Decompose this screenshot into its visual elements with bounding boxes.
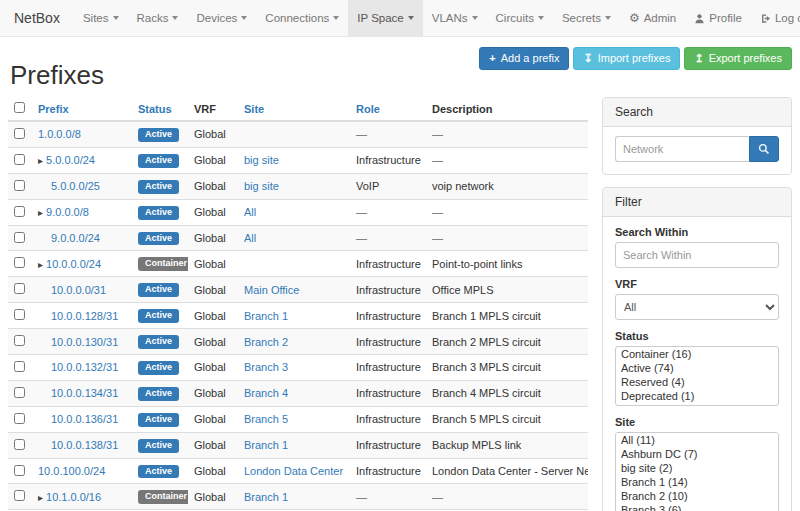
nav-item-label: IP Space xyxy=(357,12,403,24)
nav-item-circuits[interactable]: Circuits xyxy=(487,0,553,36)
prefix-link[interactable]: 10.1.0.0/16 xyxy=(46,491,101,503)
column-label: Role xyxy=(356,103,380,115)
site-link[interactable]: Branch 4 xyxy=(244,387,288,399)
nav-log-out[interactable]: Log out xyxy=(751,0,800,36)
row-checkbox-cell xyxy=(8,432,32,458)
row-checkbox[interactable] xyxy=(14,206,25,217)
prefix-link[interactable]: 5.0.0.0/25 xyxy=(51,180,100,192)
nav-admin[interactable]: ⚙Admin xyxy=(620,0,685,36)
nav-item-vlans[interactable]: VLANs xyxy=(423,0,487,36)
prefix-link[interactable]: 5.0.0.0/24 xyxy=(46,154,95,166)
role-cell: Infrastructure xyxy=(350,329,426,355)
nav-item-sites[interactable]: Sites xyxy=(74,0,128,36)
nav-item-devices[interactable]: Devices xyxy=(187,0,256,36)
row-checkbox[interactable] xyxy=(14,309,25,320)
prefix-link[interactable]: 10.0.0.0/31 xyxy=(51,284,106,296)
add-a-prefix-button[interactable]: +Add a prefix xyxy=(479,47,569,70)
app-brand[interactable]: NetBox xyxy=(8,0,74,36)
prefix-link[interactable]: 9.0.0.0/24 xyxy=(51,232,100,244)
nav-item-label: VLANs xyxy=(432,12,468,24)
column-header-role[interactable]: Role xyxy=(350,97,426,121)
status-filter-option[interactable]: Reserved (4) xyxy=(616,375,778,389)
site-link[interactable]: Branch 1 xyxy=(244,439,288,451)
site-cell: Main Office xyxy=(238,277,350,303)
column-header-prefix[interactable]: Prefix xyxy=(32,97,132,121)
page-content: Prefixes +Add a prefix↧Import prefixes↥E… xyxy=(0,37,800,511)
search-input[interactable] xyxy=(615,136,749,162)
site-link[interactable]: big site xyxy=(244,154,279,166)
row-checkbox[interactable] xyxy=(14,128,25,139)
row-checkbox[interactable] xyxy=(14,361,25,372)
status-badge: Active xyxy=(138,180,179,194)
site-link[interactable]: All xyxy=(244,232,256,244)
site-filter-option[interactable]: big site (2) xyxy=(616,461,778,475)
site-link[interactable]: Branch 5 xyxy=(244,413,288,425)
nav-item-secrets[interactable]: Secrets xyxy=(553,0,620,36)
prefix-link[interactable]: 9.0.0.0/8 xyxy=(46,206,89,218)
nav-item-racks[interactable]: Racks xyxy=(128,0,188,36)
nav-item-label: Profile xyxy=(709,12,742,24)
status-filter-option[interactable]: Active (74) xyxy=(616,361,778,375)
description-cell: — xyxy=(426,199,588,225)
column-header-site[interactable]: Site xyxy=(238,97,350,121)
prefix-link[interactable]: 1.0.0.0/8 xyxy=(38,128,81,140)
vrf-label: VRF xyxy=(615,278,779,290)
row-checkbox[interactable] xyxy=(14,490,25,501)
row-checkbox[interactable] xyxy=(14,283,25,294)
site-filter-option[interactable]: Branch 2 (10) xyxy=(616,489,778,503)
prefix-link[interactable]: 10.0.0.130/31 xyxy=(51,336,118,348)
site-cell: Branch 1 xyxy=(238,432,350,458)
vrf-select[interactable]: All xyxy=(615,294,779,320)
site-link[interactable]: London Data Center xyxy=(244,465,343,477)
prefix-link[interactable]: 10.0.0.136/31 xyxy=(51,413,118,425)
status-filter-list[interactable]: Container (16)Active (74)Reserved (4)Dep… xyxy=(615,346,779,406)
site-cell: Branch 3 xyxy=(238,355,350,381)
status-filter-option[interactable]: Deprecated (1) xyxy=(616,389,778,403)
role-cell: — xyxy=(350,484,426,510)
site-filter-option[interactable]: All (11) xyxy=(616,433,778,447)
prefix-link[interactable]: 10.0.0.128/31 xyxy=(51,310,118,322)
nav-item-connections[interactable]: Connections xyxy=(256,0,348,36)
site-link[interactable]: Branch 3 xyxy=(244,361,288,373)
description-cell: Branch 4 MPLS circuit xyxy=(426,380,588,406)
row-checkbox[interactable] xyxy=(14,257,25,268)
row-checkbox[interactable] xyxy=(14,465,25,476)
prefix-link[interactable]: 10.0.0.132/31 xyxy=(51,361,118,373)
select-all-checkbox[interactable] xyxy=(14,102,25,113)
search-button[interactable] xyxy=(749,136,779,162)
site-cell: London Data Center xyxy=(238,458,350,484)
prefix-table-body: 1.0.0.0/8ActiveGlobal——▸5.0.0.0/24Active… xyxy=(8,121,588,511)
prefix-link[interactable]: 10.0.0.0/24 xyxy=(46,258,101,270)
row-checkbox[interactable] xyxy=(14,180,25,191)
site-filter-option[interactable]: Branch 1 (14) xyxy=(616,475,778,489)
site-link[interactable]: Branch 1 xyxy=(244,491,288,503)
nav-profile[interactable]: Profile xyxy=(685,0,751,36)
prefix-link[interactable]: 10.0.0.134/31 xyxy=(51,387,118,399)
row-checkbox-cell xyxy=(8,225,32,251)
status-filter-option[interactable]: Container (16) xyxy=(616,347,778,361)
nav-item-label: Secrets xyxy=(562,12,601,24)
row-checkbox[interactable] xyxy=(14,232,25,243)
site-link[interactable]: big site xyxy=(244,180,279,192)
row-checkbox[interactable] xyxy=(14,413,25,424)
row-checkbox[interactable] xyxy=(14,154,25,165)
column-header-status[interactable]: Status xyxy=(132,97,188,121)
row-checkbox[interactable] xyxy=(14,387,25,398)
site-link[interactable]: Branch 1 xyxy=(244,310,288,322)
site-link[interactable]: Main Office xyxy=(244,284,299,296)
export-prefixes-button[interactable]: ↥Export prefixes xyxy=(684,47,792,70)
expand-arrow-icon: ▸ xyxy=(38,207,43,218)
site-filter-list[interactable]: All (11)Ashburn DC (7)big site (2)Branch… xyxy=(615,432,779,511)
table-header-row: PrefixStatusVRFSiteRoleDescription xyxy=(8,97,588,121)
site-filter-option[interactable]: Branch 3 (6) xyxy=(616,503,778,511)
row-checkbox[interactable] xyxy=(14,439,25,450)
nav-item-ip-space[interactable]: IP Space xyxy=(348,0,422,36)
import-prefixes-button[interactable]: ↧Import prefixes xyxy=(573,47,680,70)
search-within-input[interactable] xyxy=(615,242,779,268)
site-link[interactable]: Branch 2 xyxy=(244,336,288,348)
prefix-link[interactable]: 10.0.0.138/31 xyxy=(51,439,118,451)
site-filter-option[interactable]: Ashburn DC (7) xyxy=(616,447,778,461)
row-checkbox[interactable] xyxy=(14,335,25,346)
site-link[interactable]: All xyxy=(244,206,256,218)
prefix-link[interactable]: 10.0.100.0/24 xyxy=(38,465,105,477)
